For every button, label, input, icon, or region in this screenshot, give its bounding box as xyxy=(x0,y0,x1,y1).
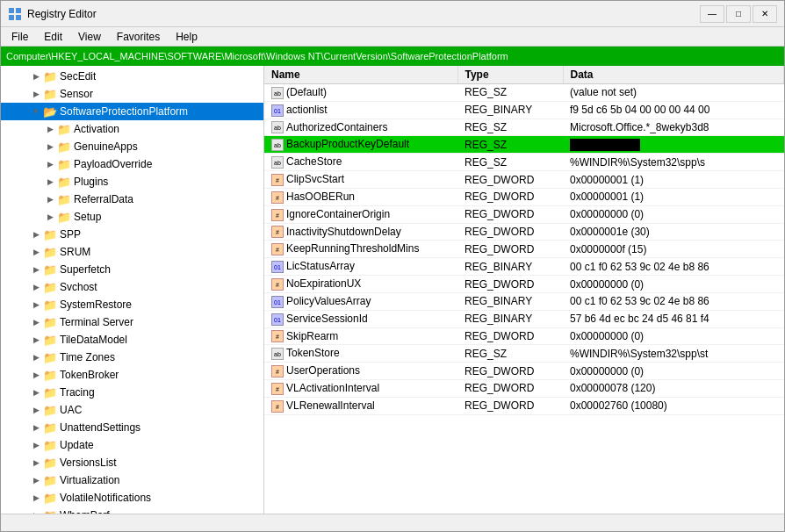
table-row[interactable]: #IgnoreContainerOriginREG_DWORD0x0000000… xyxy=(264,205,784,223)
table-row[interactable]: #InactivityShutdownDelayREG_DWORD0x00000… xyxy=(264,223,784,241)
close-button[interactable]: ✕ xyxy=(753,5,777,23)
table-row[interactable]: 01LicStatusArrayREG_BINARY00 c1 f0 62 53… xyxy=(264,258,784,276)
menu-view[interactable]: View xyxy=(71,29,108,45)
table-row[interactable]: abAuthorizedContainersREG_SZMicrosoft.Of… xyxy=(264,119,784,136)
tree-item-timezones[interactable]: ▶ 📁 Time Zones xyxy=(1,349,263,366)
menu-edit[interactable]: Edit xyxy=(37,29,69,45)
table-row[interactable]: abBackupProductKeyDefaultREG_SZ xyxy=(264,136,784,154)
svg-rect-3 xyxy=(16,15,21,20)
tree-item-terminalserver[interactable]: ▶ 📁 Terminal Server xyxy=(1,313,263,331)
tree-label-plugins: Plugins xyxy=(74,176,108,188)
tree-item-tracing[interactable]: ▶ 📁 Tracing xyxy=(1,384,263,401)
tree-item-systemrestore[interactable]: ▶ 📁 SystemRestore xyxy=(1,296,263,313)
row-type: REG_BINARY xyxy=(457,258,563,276)
tree-item-superfetch[interactable]: ▶ 📁 Superfetch xyxy=(1,261,263,278)
expand-icon-svchost[interactable]: ▶ xyxy=(29,283,43,291)
expand-icon-referraldata[interactable]: ▶ xyxy=(43,195,57,204)
maximize-button[interactable]: □ xyxy=(726,5,751,23)
expand-icon-tracing[interactable]: ▶ xyxy=(29,388,43,397)
folder-icon-systemrestore: 📁 xyxy=(43,298,57,312)
expand-icon-unattendsettings[interactable]: ▶ xyxy=(29,423,43,432)
expand-icon-plugins[interactable]: ▶ xyxy=(43,177,57,186)
expand-icon-setup[interactable]: ▶ xyxy=(43,212,57,221)
folder-icon-volatilenotifications: 📁 xyxy=(43,492,57,505)
address-bar[interactable]: Computer\HKEY_LOCAL_MACHINE\SOFTWARE\Mic… xyxy=(1,47,784,66)
row-type: REG_SZ xyxy=(457,136,563,154)
expand-icon-versionslist[interactable]: ▶ xyxy=(29,458,43,467)
table-row[interactable]: 01actionlistREG_BINARYf9 5d c6 5b 04 00 … xyxy=(264,101,784,119)
tree-item-spp[interactable]: ▶ 📁 SPP xyxy=(1,226,263,243)
row-type: REG_DWORD xyxy=(457,205,563,223)
table-row[interactable]: 01PolicyValuesArrayREG_BINARY00 c1 f0 62… xyxy=(264,292,784,310)
tree-label-genuineapps: GenuineApps xyxy=(74,140,138,153)
expand-icon-superfetch[interactable]: ▶ xyxy=(29,265,43,274)
table-row[interactable]: #UserOperationsREG_DWORD0x00000000 (0) xyxy=(264,363,784,380)
expand-icon-sensor[interactable]: ▶ xyxy=(29,90,43,98)
expand-icon-genuineapps[interactable]: ▶ xyxy=(43,142,57,151)
expand-icon-virtualization[interactable]: ▶ xyxy=(29,476,43,485)
title-bar: Registry Editor — □ ✕ xyxy=(1,1,784,27)
expand-icon-volatilenotifications[interactable]: ▶ xyxy=(29,493,43,502)
table-row[interactable]: #VLRenewalIntervalREG_DWORD0x00002760 (1… xyxy=(264,397,784,414)
tree-label-unattendsettings: UnattendSettings xyxy=(60,421,140,434)
table-row[interactable]: #KeepRunningThresholdMinsREG_DWORD0x0000… xyxy=(264,241,784,258)
table-row[interactable]: ab(Default)REG_SZ(value not set) xyxy=(264,84,784,102)
expand-icon-activation[interactable]: ▶ xyxy=(43,125,57,133)
tree-item-tiledatamodel[interactable]: ▶ 📁 TileDataModel xyxy=(1,331,263,349)
tree-item-setup[interactable]: ▶ 📁 Setup xyxy=(1,208,263,226)
tree-item-referraldata[interactable]: ▶ 📁 ReferralData xyxy=(1,191,263,208)
table-row[interactable]: abTokenStoreREG_SZ%WINDIR%\System32\spp\… xyxy=(264,345,784,363)
table-row[interactable]: #HasOOBERunREG_DWORD0x00000001 (1) xyxy=(264,188,784,205)
tree-item-softwareprotectionplatform[interactable]: ▼ 📂 SoftwareProtectionPlatform xyxy=(1,103,263,120)
tree-panel[interactable]: ▶ 📁 SecEdit ▶ 📁 Sensor ▼ 📂 SoftwareProte… xyxy=(1,66,264,514)
tree-item-versionslist[interactable]: ▶ 📁 VersionsList xyxy=(1,454,263,471)
expand-icon-payloadoverride[interactable]: ▶ xyxy=(43,160,57,169)
tree-item-unattendsettings[interactable]: ▶ 📁 UnattendSettings xyxy=(1,419,263,436)
col-header-name[interactable]: Name xyxy=(264,66,457,84)
expand-icon-tiledatamodel[interactable]: ▶ xyxy=(29,335,43,344)
tree-item-genuineapps[interactable]: ▶ 📁 GenuineApps xyxy=(1,138,263,155)
tree-item-sensor[interactable]: ▶ 📁 Sensor xyxy=(1,85,263,103)
folder-icon-plugins: 📁 xyxy=(57,176,71,189)
table-row[interactable]: abCacheStoreREG_SZ%WINDIR%\System32\spp\… xyxy=(264,154,784,171)
tree-item-tokenbroker[interactable]: ▶ 📁 TokenBroker xyxy=(1,366,263,384)
expand-icon-uac[interactable]: ▶ xyxy=(29,406,43,414)
tree-item-payloadoverride[interactable]: ▶ 📁 PayloadOverride xyxy=(1,155,263,173)
expand-icon-systemrestore[interactable]: ▶ xyxy=(29,300,43,309)
menu-favorites[interactable]: Favorites xyxy=(110,29,167,45)
table-row[interactable]: 01ServiceSessionIdREG_BINARY57 b6 4d ec … xyxy=(264,310,784,327)
col-header-data[interactable]: Data xyxy=(563,66,784,84)
tree-item-activation[interactable]: ▶ 📁 Activation xyxy=(1,120,263,138)
tree-item-virtualization[interactable]: ▶ 📁 Virtualization xyxy=(1,471,263,489)
expand-icon-terminalserver[interactable]: ▶ xyxy=(29,318,43,327)
expand-icon-spp[interactable]: ▼ xyxy=(29,107,43,116)
expand-icon-secedit[interactable]: ▶ xyxy=(29,72,43,81)
tree-item-wbemperf[interactable]: ▶ 📁 WbemPerf xyxy=(1,507,263,514)
expand-icon-srum[interactable]: ▶ xyxy=(29,248,43,256)
tree-item-svchost[interactable]: ▶ 📁 Svchost xyxy=(1,278,263,296)
tree-item-volatilenotifications[interactable]: ▶ 📁 VolatileNotifications xyxy=(1,489,263,507)
tree-label-srum: SRUM xyxy=(60,246,90,258)
data-panel[interactable]: Name Type Data ab(Default)REG_SZ(value n… xyxy=(264,66,784,514)
tree-item-secedit[interactable]: ▶ 📁 SecEdit xyxy=(1,68,263,85)
expand-icon-tokenbroker[interactable]: ▶ xyxy=(29,370,43,379)
col-header-type[interactable]: Type xyxy=(457,66,563,84)
tree-item-plugins[interactable]: ▶ 📁 Plugins xyxy=(1,173,263,191)
tree-item-srum[interactable]: ▶ 📁 SRUM xyxy=(1,243,263,261)
row-type: REG_DWORD xyxy=(457,276,563,293)
expand-icon-timezones[interactable]: ▶ xyxy=(29,353,43,362)
table-row[interactable]: #NoExpirationUXREG_DWORD0x00000000 (0) xyxy=(264,276,784,293)
table-row[interactable]: #ClipSvcStartREG_DWORD0x00000001 (1) xyxy=(264,171,784,189)
expand-icon-update[interactable]: ▶ xyxy=(29,441,43,449)
tree-item-update[interactable]: ▶ 📁 Update xyxy=(1,436,263,454)
table-row[interactable]: #VLActivationIntervalREG_DWORD0x00000078… xyxy=(264,380,784,398)
row-data: 0x00000000 (0) xyxy=(563,363,784,380)
expand-icon-spp2[interactable]: ▶ xyxy=(29,230,43,239)
menu-file[interactable]: File xyxy=(4,29,35,45)
tree-label-volatilenotifications: VolatileNotifications xyxy=(60,492,151,504)
table-row[interactable]: #SkipRearmREG_DWORD0x00000000 (0) xyxy=(264,327,784,345)
menu-help[interactable]: Help xyxy=(169,29,205,45)
tree-item-uac[interactable]: ▶ 📁 UAC xyxy=(1,401,263,419)
row-type: REG_SZ xyxy=(457,345,563,363)
minimize-button[interactable]: — xyxy=(700,5,724,23)
